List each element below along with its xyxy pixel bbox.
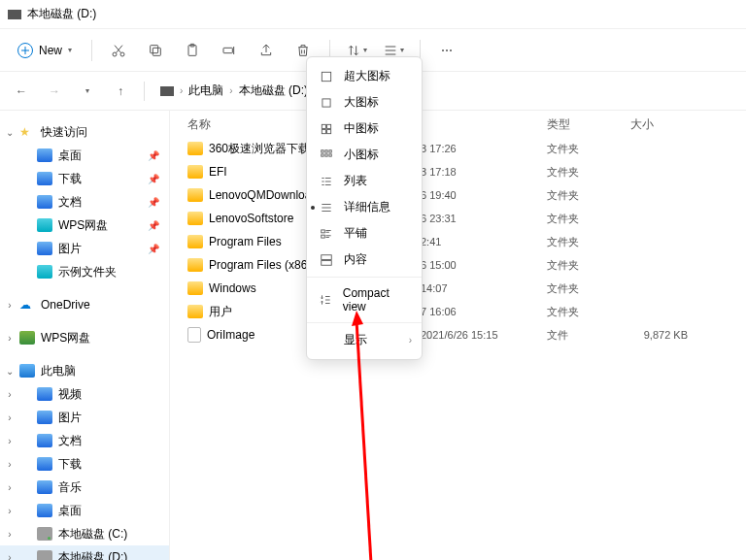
sidebar-music[interactable]: ›音乐 — [0, 476, 169, 499]
folder-icon — [37, 434, 52, 447]
menu-content[interactable]: 内容 — [307, 247, 422, 273]
chevron-right-icon: › — [4, 506, 16, 516]
sidebar-pictures2[interactable]: ›图片 — [0, 406, 169, 429]
file-type: 文件夹 — [547, 258, 630, 273]
table-row[interactable]: Windows14:07文件夹 — [187, 277, 746, 300]
svg-point-7 — [442, 49, 444, 51]
col-type[interactable]: 类型 — [547, 116, 630, 133]
file-name: Program Files — [209, 235, 282, 248]
menu-medium-icons[interactable]: 中图标 — [307, 115, 422, 142]
col-date[interactable] — [421, 116, 547, 133]
sidebar-examples[interactable]: 示例文件夹 — [0, 260, 169, 283]
sidebar-pictures[interactable]: 图片📌 — [0, 237, 169, 260]
chevron-right-icon: › — [4, 552, 16, 561]
table-row[interactable]: OriImage2021/6/26 15:15文件9,872 KB — [187, 323, 746, 346]
table-row[interactable]: 360极速浏览器下载3 17:26文件夹 — [187, 137, 746, 160]
col-size[interactable]: 大小 — [630, 116, 746, 133]
svg-rect-22 — [322, 229, 325, 232]
sidebar-quick-access[interactable]: ⌄★快速访问 — [0, 120, 169, 144]
file-date: 3 17:26 — [421, 143, 547, 154]
menu-compact-view[interactable]: Compact view — [307, 281, 422, 318]
file-date: 14:07 — [421, 282, 547, 294]
file-name: LenovoQMDownload — [209, 188, 318, 202]
view-menu: 超大图标 大图标 中图标 小图标 列表 详细信息 平铺 内容 Compact v… — [306, 56, 423, 360]
menu-large-icons[interactable]: 大图标 — [307, 89, 422, 115]
sidebar-downloads2[interactable]: ›下载 — [0, 452, 169, 476]
file-type: 文件夹 — [547, 165, 630, 180]
rename-button[interactable] — [213, 36, 246, 65]
svg-rect-12 — [322, 124, 325, 128]
grid-icon — [319, 121, 334, 137]
sidebar-wps2[interactable]: ›WPS网盘 — [0, 326, 169, 349]
titlebar: 本地磁盘 (D:) — [0, 0, 746, 29]
sidebar-desktop[interactable]: 桌面📌 — [0, 144, 169, 167]
sidebar-drive-d[interactable]: ›本地磁盘 (D:) — [0, 545, 169, 560]
cut-button[interactable] — [102, 36, 135, 65]
sidebar-downloads[interactable]: 下载📌 — [0, 167, 169, 190]
folder-icon — [37, 457, 52, 471]
chevron-down-icon: ⌄ — [4, 366, 16, 377]
file-date: 3 17:18 — [421, 166, 547, 178]
folder-icon — [37, 172, 52, 185]
menu-details[interactable]: 详细信息 — [307, 194, 422, 220]
menu-extra-large-icons[interactable]: 超大图标 — [307, 63, 422, 89]
folder-icon — [187, 305, 203, 318]
sidebar-item-label: 示例文件夹 — [58, 264, 117, 280]
svg-rect-10 — [322, 72, 330, 81]
sidebar-desktop2[interactable]: ›桌面 — [0, 499, 169, 522]
cloud-icon — [19, 331, 35, 345]
column-headers: 名称 类型 大小 — [170, 111, 746, 137]
breadcrumb-drive[interactable]: 本地磁盘 (D:) — [239, 82, 308, 99]
menu-tiles[interactable]: 平铺 — [307, 220, 422, 247]
drive-icon — [37, 527, 52, 541]
sidebar-item-label: 图片 — [58, 410, 82, 426]
recent-button[interactable]: ▾ — [74, 78, 101, 105]
table-row[interactable]: EFI3 17:18文件夹 — [187, 160, 746, 183]
more-button[interactable] — [430, 36, 463, 65]
back-button[interactable]: ← — [8, 78, 35, 105]
file-name: Program Files (x86) — [209, 258, 311, 272]
sidebar-videos[interactable]: ›视频 — [0, 382, 169, 406]
menu-item-label: 小图标 — [344, 147, 379, 163]
copy-button[interactable] — [139, 36, 172, 65]
sidebar-documents[interactable]: 文档📌 — [0, 190, 169, 214]
sidebar-item-label: WPS网盘 — [58, 217, 108, 234]
sidebar-wps[interactable]: WPS网盘📌 — [0, 214, 169, 237]
sidebar-item-label: 下载 — [58, 456, 82, 473]
forward-button[interactable]: → — [41, 78, 68, 105]
svg-point-8 — [446, 49, 448, 51]
folder-icon — [37, 148, 52, 162]
menu-show[interactable]: 显示› — [307, 327, 422, 353]
sidebar-item-label: 视频 — [58, 386, 82, 403]
table-row[interactable]: LenovoSoftstore6 23:31文件夹 — [187, 207, 746, 230]
svg-rect-17 — [325, 149, 327, 151]
up-button[interactable]: ↑ — [107, 78, 134, 105]
folder-icon — [187, 188, 203, 202]
folder-icon — [187, 142, 203, 155]
table-row[interactable]: 用户7 16:06文件夹 — [187, 300, 746, 323]
sidebar-onedrive[interactable]: ›☁OneDrive — [0, 293, 169, 316]
breadcrumb[interactable]: › 此电脑 › 本地磁盘 (D:) — [154, 82, 314, 99]
menu-item-label: 大图标 — [344, 94, 379, 111]
file-name: Windows — [209, 281, 256, 295]
table-row[interactable]: LenovoQMDownload6 19:40文件夹 — [187, 183, 746, 207]
menu-small-icons[interactable]: 小图标 — [307, 142, 422, 168]
chevron-right-icon: › — [4, 529, 16, 540]
sidebar-drive-c[interactable]: ›本地磁盘 (C:) — [0, 522, 169, 545]
sidebar-item-label: 本地磁盘 (D:) — [58, 549, 127, 561]
paste-button[interactable] — [176, 36, 209, 65]
plus-icon — [17, 43, 33, 58]
table-row[interactable]: Program Files (x86)6 15:00文件夹 — [187, 253, 746, 277]
table-row[interactable]: Program Files2:41文件夹 — [187, 230, 746, 253]
sidebar-thispc[interactable]: ⌄此电脑 — [0, 359, 169, 382]
new-button[interactable]: New ▾ — [8, 39, 82, 62]
menu-item-label: 列表 — [344, 173, 367, 189]
sidebar-documents2[interactable]: ›文档 — [0, 429, 169, 452]
sidebar-item-label: 图片 — [58, 241, 82, 257]
breadcrumb-thispc[interactable]: 此电脑 — [188, 82, 223, 99]
chevron-down-icon: ⌄ — [4, 127, 16, 138]
folder-icon — [37, 195, 52, 209]
pin-icon: 📌 — [148, 174, 159, 184]
menu-list[interactable]: 列表 — [307, 168, 422, 194]
share-button[interactable] — [250, 36, 283, 65]
